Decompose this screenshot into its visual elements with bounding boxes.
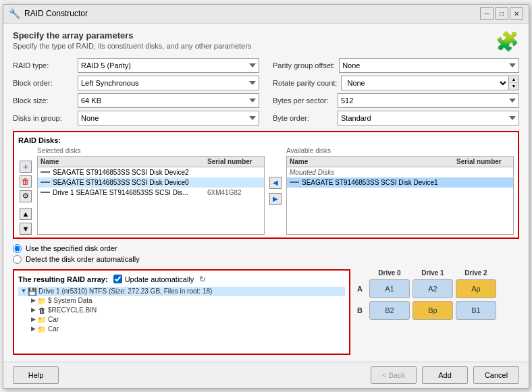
- param-select-byte-order[interactable]: Standard: [338, 111, 519, 125]
- selected-disk-list-header: Name Serial number: [38, 157, 264, 167]
- radio-detect-label[interactable]: Detect the disk order automatically: [26, 255, 140, 263]
- header-text: Specify the array parameters Specify the…: [13, 30, 251, 50]
- drive-col-0: Drive 0: [369, 269, 410, 277]
- param-label-bytes-sector: Bytes per sector:: [273, 96, 334, 105]
- param-label-parity-offset: Parity group offset:: [273, 61, 335, 69]
- add-button[interactable]: Add: [422, 366, 468, 384]
- minimize-button[interactable]: ─: [480, 7, 494, 20]
- avail-disk-name-0: SEAGATE ST9146853SS SCSI Disk Device1: [302, 179, 456, 186]
- help-button[interactable]: Help: [13, 366, 59, 384]
- update-checkbox: Update automatically: [113, 275, 194, 283]
- maximize-button[interactable]: □: [495, 7, 508, 20]
- tree-label-2: $RECYCLE.BIN: [48, 306, 97, 314]
- tree-label-4: Car: [48, 325, 59, 333]
- spin-down-button[interactable]: ▼: [509, 83, 518, 90]
- param-label-disks-group: Disks in group:: [13, 114, 74, 122]
- selected-disk-list[interactable]: Name Serial number SEAGATE ST9146853SS S…: [37, 156, 265, 235]
- drive-col-1: Drive 1: [413, 269, 453, 277]
- params-left: RAID type: RAID 5 (Parity) Block order: …: [13, 58, 259, 125]
- disk-dash-icon-2: [41, 192, 50, 193]
- tree-icon-2: 🗑: [37, 306, 47, 314]
- left-tools: + 🗑 ⚙ ▲ ▼: [18, 147, 33, 235]
- tree-chevron-1: ▶: [29, 297, 37, 305]
- tree-item-2[interactable]: ▶ 🗑 $RECYCLE.BIN: [18, 306, 345, 315]
- param-row-raid-type: RAID type: RAID 5 (Parity): [13, 58, 259, 73]
- disk-name-1: SEAGATE ST9146853SS SCSI Disk Device0: [53, 179, 207, 186]
- selected-disk-item-1[interactable]: SEAGATE ST9146853SS SCSI Disk Device0: [38, 177, 264, 188]
- available-disks-label: Available disks: [286, 147, 514, 155]
- selected-disk-item-0[interactable]: SEAGATE ST9146853SS SCSI Disk Device2: [38, 167, 264, 177]
- parity-cell-b2: B1: [456, 301, 496, 320]
- tree-area[interactable]: ▼ 💾 Drive 1 (nr5310) NTFS (Size: 272.23 …: [18, 287, 345, 349]
- parity-grid: Drive 0 Drive 1 Drive 2 A A1 A2 Ap B B2 …: [357, 269, 519, 355]
- param-row-block-order: Block order: Left Synchronous: [13, 76, 259, 90]
- tree-icon-1: 📁: [37, 297, 47, 305]
- param-row-block-size: Block size: 64 KB: [13, 93, 259, 108]
- tree-item-0[interactable]: ▼ 💾 Drive 1 (nr5310) NTFS (Size: 272.23 …: [18, 287, 345, 296]
- raid-array-title-row: The resulting RAID array: Update automat…: [18, 275, 345, 284]
- rotate-parity-select[interactable]: None: [341, 76, 508, 90]
- radio-specified[interactable]: [13, 244, 22, 253]
- radio-detect[interactable]: [13, 255, 22, 264]
- available-disk-item-0[interactable]: SEAGATE ST9146853SS SCSI Disk Device1: [287, 177, 513, 188]
- tree-label-0: Drive 1 (nr5310) NTFS (Size: 272.23 GB, …: [38, 287, 212, 295]
- footer-right: < Back Add Cancel: [371, 366, 519, 384]
- tree-item-1[interactable]: ▶ 📁 $ System Data: [18, 296, 345, 306]
- main-window: 🔧 RAID Constructor ─ □ ✕ Specify the arr…: [3, 4, 529, 389]
- radio-specified-label[interactable]: Use the specified disk order: [26, 244, 117, 252]
- avail-disk-dash-icon-0: [290, 181, 299, 183]
- disk-properties-button[interactable]: ⚙: [20, 190, 32, 202]
- arrow-left-button[interactable]: ◀: [269, 177, 282, 189]
- tree-chevron-0: ▼: [20, 287, 28, 296]
- available-disks-panel: Available disks Name Serial number Mount…: [286, 147, 514, 235]
- col-name-header: Name: [41, 158, 207, 165]
- tree-icon-3: 📁: [37, 316, 47, 324]
- header-section: Specify the array parameters Specify the…: [13, 30, 519, 53]
- update-auto-checkbox[interactable]: [113, 275, 122, 283]
- selected-disk-item-2[interactable]: Drive 1 SEAGATE ST9146853SS SCSI Dis... …: [38, 188, 264, 198]
- param-label-block-size: Block size:: [13, 96, 74, 105]
- param-label-rotate-parity: Rotate parity count:: [273, 79, 337, 87]
- parity-cell-b0: B2: [369, 301, 410, 320]
- spin-up-button[interactable]: ▲: [509, 76, 518, 84]
- move-down-button[interactable]: ▼: [20, 223, 32, 235]
- tree-icon-0: 💾: [28, 287, 37, 296]
- disk-serial-2: 6XM41G82: [207, 189, 261, 196]
- tree-chevron-3: ▶: [29, 316, 37, 324]
- radio-row-detect: Detect the disk order automatically: [13, 255, 519, 264]
- update-auto-label[interactable]: Update automatically: [125, 275, 194, 283]
- move-up-button[interactable]: ▲: [20, 208, 32, 220]
- selected-disks-panel: Selected disks Name Serial number SEAGAT…: [37, 147, 265, 235]
- title-bar-left: 🔧 RAID Constructor: [9, 8, 88, 19]
- param-select-disks-group[interactable]: None: [78, 111, 259, 125]
- available-disk-list[interactable]: Name Serial number Mounted Disks SEAGATE…: [286, 156, 514, 235]
- page-title: Specify the array parameters: [13, 30, 251, 40]
- radio-row-specified: Use the specified disk order: [13, 244, 519, 253]
- puzzle-icon: 🧩: [496, 30, 519, 53]
- arrow-right-button[interactable]: ▶: [269, 193, 282, 205]
- disk-name-0: SEAGATE ST9146853SS SCSI Disk Device2: [53, 169, 207, 176]
- back-button[interactable]: < Back: [371, 366, 417, 384]
- param-select-parity-offset[interactable]: None: [339, 58, 519, 73]
- tree-item-4[interactable]: ▶ 📁 Car: [18, 325, 345, 334]
- param-select-block-size[interactable]: 64 KB: [78, 93, 259, 108]
- param-row-rotate-parity: Rotate parity count: None ▲ ▼: [273, 76, 519, 90]
- close-button[interactable]: ✕: [510, 7, 523, 20]
- refresh-icon[interactable]: ↻: [199, 275, 206, 284]
- add-disk-button[interactable]: +: [20, 161, 32, 173]
- col-serial-header: Serial number: [207, 158, 261, 165]
- tree-chevron-4: ▶: [29, 325, 37, 333]
- main-content: Specify the array parameters Specify the…: [3, 24, 529, 362]
- parity-cell-a2: Ap: [456, 279, 496, 298]
- param-label-byte-order: Byte order:: [273, 114, 334, 122]
- param-select-bytes-sector[interactable]: 512: [338, 93, 519, 108]
- param-select-raid-type[interactable]: RAID 5 (Parity): [78, 58, 259, 73]
- parity-row-label-b: B: [357, 306, 367, 314]
- param-select-block-order[interactable]: Left Synchronous: [78, 76, 259, 90]
- tree-item-3[interactable]: ▶ 📁 Car: [18, 315, 345, 325]
- remove-disk-button[interactable]: 🗑: [20, 175, 32, 188]
- disk-category-mounted: Mounted Disks: [287, 167, 513, 177]
- cancel-button[interactable]: Cancel: [473, 366, 519, 384]
- parity-drive-headers: Drive 0 Drive 1 Drive 2: [369, 269, 519, 277]
- rotate-parity-spin: None ▲ ▼: [341, 76, 519, 90]
